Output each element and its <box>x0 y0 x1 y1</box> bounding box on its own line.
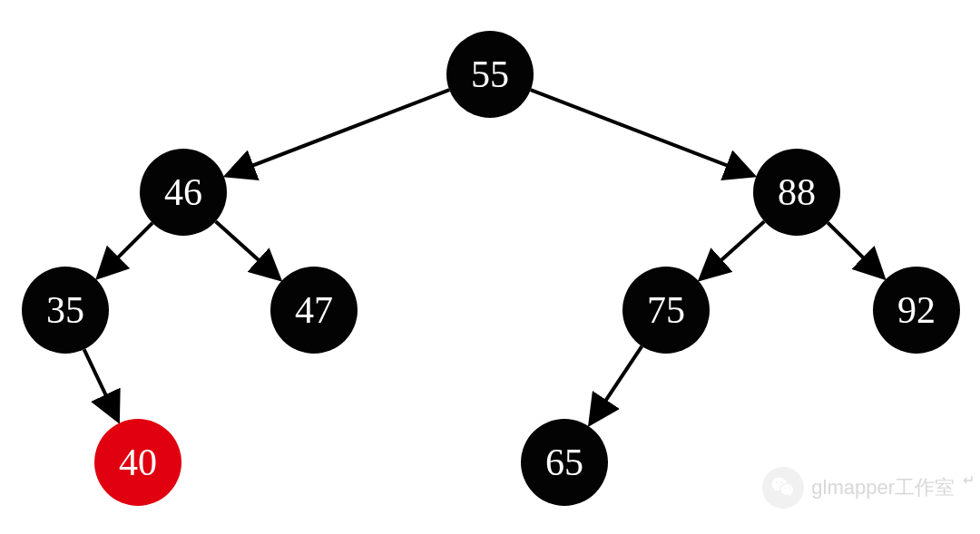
paragraph-mark: ↵ <box>963 471 975 489</box>
watermark: glmapper工作室 <box>762 467 955 509</box>
tree-node-92: 92 <box>873 267 960 354</box>
tree-edge <box>229 90 449 174</box>
node-value: 65 <box>545 442 583 483</box>
node-value: 47 <box>295 289 333 331</box>
watermark-text: glmapper工作室 <box>811 474 955 501</box>
tree-edge <box>702 221 764 277</box>
tree-edge <box>84 349 117 418</box>
tree-node-40: 40 <box>94 419 181 506</box>
tree-diagram: 554688354775924065 <box>0 0 980 534</box>
tree-edge <box>100 223 152 276</box>
node-value: 35 <box>46 289 84 331</box>
node-value: 88 <box>778 171 816 213</box>
node-value: 40 <box>119 442 157 483</box>
tree-node-55: 55 <box>446 31 534 118</box>
tree-edge <box>592 346 642 422</box>
tree-edge <box>216 221 278 277</box>
node-value: 92 <box>897 289 936 331</box>
tree-node-35: 35 <box>22 267 109 354</box>
tree-edges <box>84 90 882 422</box>
node-value: 55 <box>471 53 509 95</box>
tree-nodes: 554688354775924065 <box>22 31 960 506</box>
tree-edge <box>828 223 881 276</box>
tree-edge <box>531 90 751 174</box>
node-value: 46 <box>164 171 202 213</box>
tree-node-65: 65 <box>521 419 608 506</box>
tree-node-47: 47 <box>270 267 358 354</box>
tree-node-75: 75 <box>622 267 710 354</box>
wechat-icon <box>762 467 804 509</box>
node-value: 75 <box>647 289 685 331</box>
tree-node-88: 88 <box>753 149 840 236</box>
tree-node-46: 46 <box>140 149 227 236</box>
